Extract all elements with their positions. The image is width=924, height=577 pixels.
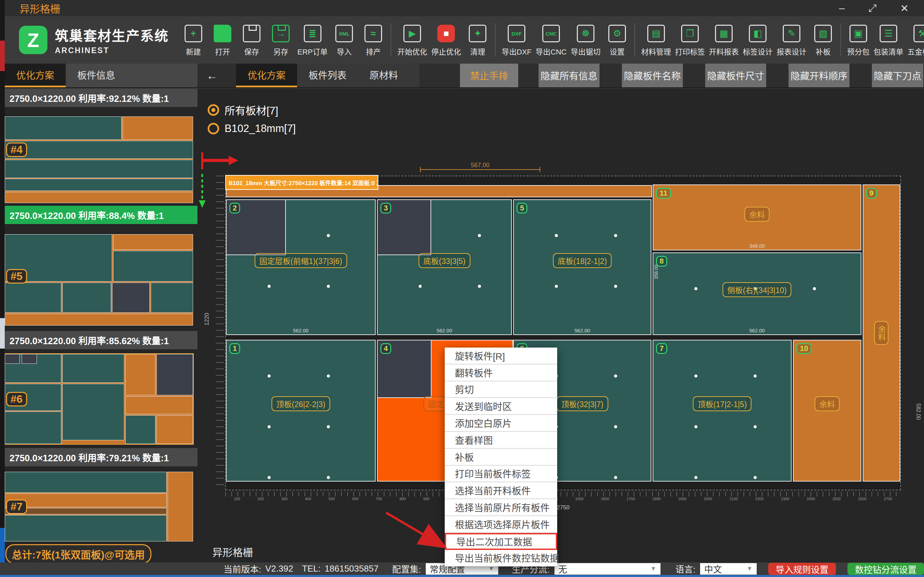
production-flow-select[interactable]: 无 ▼ [554, 563, 661, 575]
context-menu-item[interactable]: 剪切 [445, 381, 557, 398]
toolbar-button-label: 设置 [610, 46, 625, 56]
sheet-info-bar[interactable]: 2750.0×1220.00 利用率:92.12% 数量:1 [5, 89, 197, 107]
filter-material-b102[interactable]: B102_18mm[7] [208, 122, 296, 135]
export-dxf-icon[interactable]: DXF 导出DXF [495, 23, 533, 56]
toolbar-button-label: 新建 [186, 46, 201, 56]
clean-brush-icon[interactable]: ✦ 清理 [463, 23, 492, 56]
new-file-icon[interactable]: + 新建 [179, 23, 208, 56]
panel-label: 余料 [745, 207, 769, 222]
language-label: 语言: [675, 562, 695, 575]
board-panel[interactable]: 11余料348.00 [653, 184, 861, 250]
nc-drill-split-button[interactable]: 数控钻分流设置 [848, 563, 924, 575]
pre-package-icon[interactable]: ▣ 预分包 [840, 23, 871, 56]
board-panel[interactable]: 10余料 [793, 340, 861, 482]
patch-board-icon[interactable]: ▧ 补板 [809, 23, 838, 56]
stop-optimize-icon[interactable]: ■ 停止优化 [429, 23, 463, 56]
hide-toggle-button[interactable]: 隐藏板件尺寸 [705, 64, 766, 87]
board-panel[interactable]: 1顶板(26|2-2|3) [226, 340, 376, 482]
material-manage-icon[interactable]: ▤ 材料管理 [635, 23, 673, 56]
context-menu-item[interactable]: 导出当前板件数控钻数据 [445, 550, 557, 567]
hide-toggle-button[interactable]: 隐藏下刀点 [872, 64, 923, 87]
open-folder-icon[interactable]: 打开 [208, 23, 237, 56]
settings-gear-icon[interactable]: ⚙ 设置 [603, 23, 632, 56]
thumb-block [151, 282, 193, 313]
board-panel[interactable]: 2固定层板(前缩1)(37|3|6)562.00 [226, 199, 376, 335]
context-menu-item[interactable]: 旋转板件[R] [445, 348, 557, 364]
board-panel[interactable]: 7顶板(17|2-1|5) [653, 340, 792, 482]
toolbar-button-label: 另存 [273, 46, 288, 56]
board-panel[interactable]: 8侧板(右)(34|3|10)562.00358.00 [653, 253, 861, 335]
version-value: V2.392 [265, 564, 293, 574]
save-icon[interactable]: 保存 [237, 23, 266, 56]
close-button[interactable]: ✕ [900, 2, 909, 14]
sheet-info-bar-selected-green[interactable]: 2750.0×1220.00 利用率:88.4% 数量:1 [5, 206, 197, 224]
import-xml-icon[interactable]: XML 导入 [330, 23, 359, 56]
toolbar-button-label: 停止优化 [431, 46, 461, 56]
project-name-label: 异形格栅 [212, 544, 253, 559]
packing-list-icon[interactable]: ☰ 包装清单 [871, 23, 905, 56]
context-menu-item[interactable]: 添加空白原片 [445, 415, 557, 432]
export-saw-icon[interactable]: ☸ 导出锯切 [569, 23, 603, 56]
start-optimize-icon[interactable]: ▶ 开始优化 [391, 23, 429, 56]
board-panel[interactable]: 9余料 [863, 184, 900, 482]
label-design-icon[interactable]: ◧ 标签设计 [741, 23, 775, 56]
menu-item-label: 翻转板件 [455, 366, 493, 379]
sheet-thumbnail-7[interactable]: #7 [5, 472, 193, 542]
context-menu-item[interactable]: 翻转板件 [445, 364, 557, 381]
sheet-info-bar[interactable]: 2750.0×1220.00 利用率:85.62% 数量:1 [5, 331, 197, 349]
hide-toggle-button[interactable]: 隐藏开料顺序 [788, 64, 850, 87]
production-flow-value: 无 [559, 562, 567, 575]
export-cnc-icon[interactable]: CNC 导出CNC [533, 23, 569, 56]
cut-order-badge: 7 [656, 343, 667, 354]
report-design-icon[interactable]: ✎ 报表设计 [775, 23, 809, 56]
canvas-tab[interactable]: 板件列表 [297, 64, 358, 87]
context-menu-item[interactable]: 导出二次加工数据 [445, 533, 557, 550]
cutting-report-icon[interactable]: ▦ 开料报表 [707, 23, 741, 56]
board-panel[interactable]: 5底板(18|2-1|2)562.00 [513, 199, 651, 335]
import-rules-button[interactable]: 导入规则设置 [768, 563, 836, 575]
hide-toggle-button[interactable]: 隐藏板件名称 [622, 64, 683, 87]
context-menu-item[interactable]: 选择当前原片所有板件 [445, 499, 557, 516]
sidebar-tab[interactable]: 优化方案 [5, 64, 66, 87]
minimize-button[interactable]: – [839, 2, 845, 14]
language-select[interactable]: 中文 ▼ [700, 563, 757, 575]
erp-order-icon[interactable]: ≣ ERP订单 [296, 23, 330, 56]
panel-dimension: 562.00 [749, 327, 765, 334]
toolbar-button-label: 导出DXF [502, 46, 531, 56]
filter-all-materials[interactable]: 所有板材[7] [208, 102, 278, 118]
context-menu-item[interactable]: 补板 [445, 449, 557, 466]
sheet-thumbnail-5[interactable]: #5 [5, 234, 193, 326]
context-menu-item[interactable]: 发送到临时区 [445, 398, 557, 415]
context-menu-item[interactable]: 查看样图 [445, 432, 557, 449]
vertical-ruler [216, 176, 224, 490]
tab-label: 优化方案 [16, 68, 54, 82]
context-menu-item[interactable]: 选择当前开料板件 [445, 482, 557, 499]
cutting-board[interactable]: B102_18mm 大板尺寸:2750×1220 板件数量:14 双面板:0 刀… [225, 176, 901, 490]
sheet-thumbnail-4[interactable]: #4 [5, 116, 193, 203]
save-icon [243, 25, 260, 42]
board-panel[interactable]: 3底板(33|3|5)562.00 [377, 199, 512, 335]
collapse-sidebar-icon[interactable]: ← [197, 64, 226, 87]
context-menu-item[interactable]: 根据选项选择原片板件 [445, 516, 557, 533]
solutions-sidebar: 2750.0×1220.00 利用率:92.12% 数量:1 #4 2750.0… [5, 89, 197, 562]
toolbar-button-label: 报表设计 [777, 46, 806, 56]
label-design-icon: ◧ [749, 25, 767, 42]
sheet-thumbnail-6-selected[interactable]: #6 [5, 354, 193, 444]
forbid-manual-arrange-button[interactable]: 禁止手排 [460, 64, 518, 87]
canvas-tab[interactable]: 优化方案 [236, 64, 297, 87]
print-label-icon[interactable]: ❐ 打印标签 [673, 23, 707, 56]
hardware-label-icon[interactable]: ⚒ 五金标签 [905, 23, 924, 56]
sidebar-tab[interactable]: 板件信息 [66, 64, 127, 87]
taskbar-edge [0, 575, 924, 577]
horizontal-ruler [225, 492, 901, 496]
hide-toggle-button[interactable]: 隐藏所有信息 [538, 64, 599, 87]
maximize-button[interactable]: ⤢ [869, 2, 877, 14]
thumb-block [5, 515, 166, 542]
canvas-tab[interactable]: 原材料 [358, 64, 409, 87]
schedule-icon[interactable]: ≈ 排产 [359, 23, 388, 56]
context-menu-item[interactable]: 打印当前板件标签 [445, 466, 557, 483]
thumb-block [62, 282, 111, 313]
layout-canvas[interactable]: 所有板材[7] B102_18mm[7] 567.00 1220 B102_18 [197, 89, 924, 562]
sheet-info-bar[interactable]: 2750.0×1220.00 利用率:79.21% 数量:1 [5, 448, 197, 466]
save-as-icon[interactable]: → 另存 [266, 23, 296, 56]
